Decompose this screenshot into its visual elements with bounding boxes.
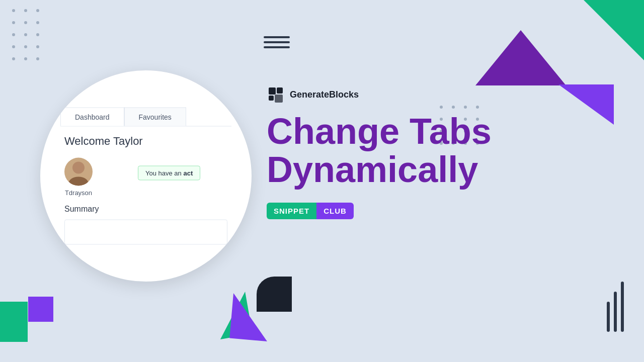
club-label: CLUB: [316, 203, 354, 219]
welcome-heading: Welcome Taylor: [60, 135, 231, 148]
svg-point-0: [72, 162, 85, 174]
snippet-club-badge[interactable]: SNIPPET CLUB: [267, 203, 354, 219]
vbar-1: [607, 302, 610, 332]
headline: Change Tabs Dynamically: [267, 113, 589, 189]
tab-bar: Dashboard Favourites: [60, 108, 231, 127]
hamburger-line-1: [264, 36, 290, 38]
hamburger-line-2: [264, 41, 290, 43]
generateblocks-logo-icon: [267, 85, 285, 104]
svg-rect-3: [277, 87, 283, 94]
tab-favourites[interactable]: Favourites: [124, 108, 186, 126]
notification-badge: You have an act: [138, 166, 200, 180]
svg-rect-4: [269, 96, 274, 101]
snippet-label: SNIPPET: [267, 203, 316, 219]
vbar-3: [621, 282, 624, 332]
rect-purple-bottomleft: [28, 297, 53, 322]
svg-rect-5: [275, 95, 283, 103]
triangle-purple-bottom: [229, 293, 271, 341]
logo-text: GenerateBlocks: [290, 89, 359, 100]
triangle-purple-large: [475, 30, 566, 85]
svg-rect-2: [269, 87, 276, 95]
hamburger-line-3: [264, 46, 290, 48]
dot-grid-topleft: [12, 9, 43, 64]
rect-green-bottomleft: [0, 302, 28, 342]
headline-line1: Change Tabs: [267, 111, 492, 151]
tab-dashboard[interactable]: Dashboard: [60, 108, 124, 126]
avatar: [64, 158, 93, 186]
triangle-green-large: [584, 0, 644, 60]
vbar-2: [614, 292, 617, 332]
hamburger-menu[interactable]: [264, 36, 290, 48]
vertical-bars: [607, 282, 624, 332]
right-content: GenerateBlocks Change Tabs Dynamically S…: [267, 85, 589, 219]
summary-box: [64, 220, 227, 245]
card-inner: Dashboard Favourites Welcome Taylor Tdra…: [60, 108, 231, 245]
headline-line2: Dynamically: [267, 149, 478, 190]
logo-row: GenerateBlocks: [267, 85, 589, 104]
username-label: Tdrayson: [65, 189, 92, 197]
card-mockup: Dashboard Favourites Welcome Taylor Tdra…: [40, 70, 252, 282]
svg-point-1: [68, 177, 89, 186]
summary-label: Summary: [60, 205, 231, 214]
